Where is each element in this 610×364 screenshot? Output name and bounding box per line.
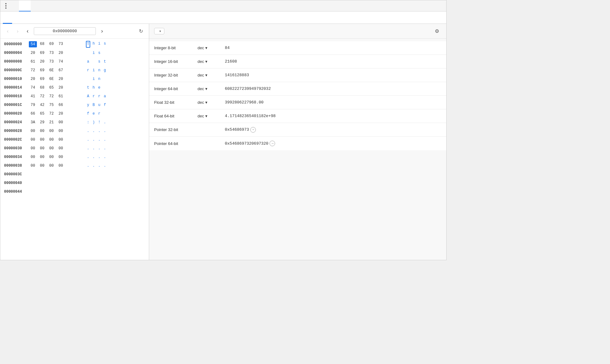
hex-cell[interactable]: 00 — [47, 163, 56, 169]
tab-memory-inspector[interactable] — [19, 0, 31, 11]
ascii-cell[interactable] — [103, 76, 107, 82]
ascii-cell[interactable] — [103, 111, 107, 116]
pointer-jump-icon[interactable]: → — [269, 141, 275, 146]
hex-cell[interactable]: 54 — [29, 41, 37, 47]
ascii-cell[interactable]: i — [97, 41, 101, 48]
ascii-cell[interactable]: r — [91, 94, 96, 99]
hex-cell[interactable]: 00 — [38, 163, 46, 169]
ascii-cell[interactable]: . — [103, 128, 107, 134]
ascii-cell[interactable]: a — [103, 94, 107, 99]
hex-cell[interactable]: 20 — [29, 50, 37, 56]
hex-cell[interactable]: 79 — [29, 102, 37, 108]
ascii-cell[interactable]: r — [97, 94, 101, 99]
hex-cell[interactable]: 68 — [38, 85, 46, 90]
hex-cell[interactable]: 65 — [38, 111, 46, 116]
hex-cell[interactable]: 66 — [57, 102, 65, 108]
ascii-cell[interactable]: i — [91, 68, 96, 73]
hex-cell[interactable]: 21 — [47, 120, 56, 125]
hex-cell[interactable]: 00 — [47, 137, 56, 143]
format-selector[interactable]: dec▾ — [198, 59, 222, 64]
ascii-cell[interactable]: . — [91, 137, 96, 143]
ascii-cell[interactable]: . — [97, 128, 101, 134]
more-options-button[interactable] — [3, 3, 9, 9]
tab-arraybuffer-60[interactable] — [3, 11, 12, 24]
hex-cell[interactable]: 20 — [57, 50, 65, 56]
hex-cell[interactable]: 69 — [38, 76, 46, 82]
ascii-cell[interactable]: : — [86, 120, 90, 125]
hex-cell[interactable]: 3A — [29, 120, 37, 125]
hex-cell[interactable]: 00 — [57, 154, 65, 160]
hex-cell[interactable]: 20 — [38, 59, 46, 64]
hex-cell[interactable]: 00 — [38, 128, 46, 134]
forward-button[interactable]: › — [14, 28, 21, 35]
format-selector[interactable]: dec▾ — [198, 114, 222, 118]
ascii-cell[interactable]: s — [97, 50, 101, 56]
hex-cell[interactable]: 00 — [57, 137, 65, 143]
hex-cell[interactable]: 42 — [38, 102, 46, 108]
ascii-cell[interactable]: . — [91, 128, 96, 134]
ascii-cell[interactable]: n — [97, 76, 101, 82]
format-selector[interactable]: dec▾ — [198, 73, 222, 77]
hex-cell[interactable]: 72 — [47, 94, 56, 99]
ascii-cell[interactable] — [103, 50, 107, 56]
ascii-cell[interactable]: e — [97, 85, 101, 90]
ascii-cell[interactable]: A — [86, 94, 90, 99]
ascii-cell[interactable]: . — [86, 128, 90, 134]
ascii-cell[interactable]: n — [97, 68, 101, 73]
hex-cell[interactable]: 6E — [47, 76, 56, 82]
hex-cell[interactable]: 00 — [57, 163, 65, 169]
ascii-cell[interactable] — [91, 59, 96, 64]
hex-cell[interactable]: 69 — [47, 41, 56, 47]
ascii-cell[interactable]: . — [103, 120, 107, 125]
hex-cell[interactable]: 74 — [29, 85, 37, 90]
hex-cell[interactable]: 20 — [57, 76, 65, 82]
hex-cell[interactable]: 65 — [47, 85, 56, 90]
hex-cell[interactable]: 72 — [29, 68, 37, 73]
ascii-cell[interactable]: f — [86, 111, 90, 116]
chevron-right-button[interactable]: › — [98, 28, 106, 35]
close-window-button[interactable] — [439, 5, 444, 7]
ascii-cell[interactable]: t — [86, 85, 90, 90]
tab-console[interactable] — [11, 0, 19, 11]
ascii-cell[interactable]: . — [103, 146, 107, 151]
format-selector[interactable]: dec▾ — [198, 46, 222, 50]
hex-cell[interactable]: 74 — [57, 59, 65, 64]
hex-cell[interactable]: 75 — [47, 102, 56, 108]
tab-arraybuffer-70[interactable] — [12, 11, 20, 24]
ascii-cell[interactable]: r — [86, 68, 90, 73]
hex-cell[interactable]: 00 — [57, 128, 65, 134]
hex-cell[interactable]: 61 — [29, 59, 37, 64]
ascii-cell[interactable]: . — [103, 137, 107, 143]
hex-cell[interactable]: 72 — [38, 94, 46, 99]
ascii-cell[interactable]: y — [86, 102, 90, 108]
ascii-cell[interactable]: ! — [97, 120, 101, 125]
ascii-cell[interactable]: . — [91, 163, 96, 169]
memory-inspector-tab-close[interactable] — [24, 5, 27, 6]
hex-cell[interactable]: 29 — [38, 120, 46, 125]
ascii-cell[interactable]: e — [91, 111, 96, 116]
endian-selector[interactable]: ▾ — [154, 28, 164, 34]
hex-cell[interactable]: 67 — [57, 68, 65, 73]
ascii-cell[interactable]: . — [86, 146, 90, 151]
ascii-cell[interactable]: u — [97, 102, 101, 108]
ascii-cell[interactable]: s — [103, 41, 107, 48]
ascii-cell[interactable]: . — [86, 154, 90, 160]
chevron-left-button[interactable]: ‹ — [24, 28, 31, 35]
ascii-cell[interactable]: r — [97, 111, 101, 116]
refresh-button[interactable]: ↻ — [136, 27, 145, 36]
ascii-cell[interactable] — [86, 50, 90, 56]
hex-cell[interactable]: 00 — [57, 120, 65, 125]
pointer-jump-icon[interactable]: → — [250, 127, 256, 133]
hex-cell[interactable]: 73 — [47, 59, 56, 64]
hex-cell[interactable]: 6E — [47, 68, 56, 73]
hex-cell[interactable]: 00 — [29, 137, 37, 143]
ascii-cell[interactable]: . — [103, 154, 107, 160]
ascii-cell[interactable]: g — [103, 68, 107, 73]
ascii-cell[interactable]: T — [86, 41, 90, 48]
pointer-link[interactable]: 0x5468697320697320 → — [225, 141, 275, 146]
hex-cell[interactable]: 00 — [29, 163, 37, 169]
hex-cell[interactable]: 00 — [38, 154, 46, 160]
hex-cell[interactable]: 66 — [29, 111, 37, 116]
ascii-cell[interactable]: i — [91, 50, 96, 56]
back-button[interactable]: ‹ — [4, 28, 11, 35]
